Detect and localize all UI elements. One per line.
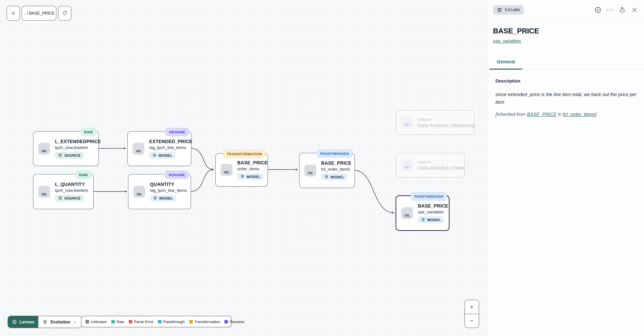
inherited-column-link[interactable]: BASE_PRICE — [527, 112, 557, 117]
app: .. / BASE_PRICE RAW COL L_EXTENDEDPRICE … — [0, 0, 644, 336]
node-subtitle: use_variables — [418, 209, 444, 214]
legend-swatch — [86, 320, 89, 323]
kind-pill: MODEL — [237, 173, 264, 180]
used-in-label: Used In — [418, 117, 474, 121]
project-type-chip: PRJ — [401, 117, 413, 129]
columns-icon — [308, 166, 313, 171]
kind-label: MODEL — [330, 175, 344, 179]
legend-item-passthrough: Passthrough — [158, 319, 185, 324]
refresh-button[interactable] — [58, 6, 71, 21]
node-body: COL L_EXTENDEDPRICE tpch_now.lineitem SO… — [34, 132, 98, 166]
used-in-text: Used In Data Analytics | Sales — [418, 160, 465, 171]
kind-pill: MODEL — [150, 195, 176, 202]
prj-label: PRJ — [404, 123, 410, 127]
close-panel-button[interactable] — [630, 6, 638, 14]
active-tab-indicator — [490, 68, 522, 70]
kind-pill: MODEL — [418, 216, 444, 223]
lenses-label: Lenses — [20, 319, 34, 324]
column-type-chip: COL — [38, 186, 50, 198]
node-body: COL QUANTITY stg_tpch_line_items MODEL — [128, 174, 191, 209]
lens-badge-rename: RENAME — [166, 171, 188, 179]
node-base-price-use-variables[interactable]: PASSTHROUGH COL BASE_PRICE use_variables… — [396, 195, 450, 231]
used-in-node-sales[interactable]: PRJ Used In Data Analytics | Sales — [396, 153, 465, 178]
share-button[interactable] — [618, 6, 626, 14]
node-l-quantity[interactable]: RAW COL L_QUANTITY tpch_now.lineitem SOU… — [33, 174, 94, 209]
kind-label: SOURCE — [64, 196, 80, 200]
panel-tabs: General — [487, 59, 644, 69]
col-label: COL — [136, 193, 142, 196]
node-text: L_EXTENDEDPRICE tpch_now.lineitem SOURCE — [55, 139, 101, 159]
column-type-chip: COL — [133, 186, 145, 198]
lens-view-label: Evolution — [50, 319, 70, 324]
node-quantity[interactable]: RENAME COL QUANTITY stg_tpch_line_items … — [128, 174, 191, 209]
node-body: COL L_QUANTITY tpch_now.lineitem SOURCE — [34, 174, 93, 209]
inherited-model-link[interactable]: fct_order_items — [563, 112, 595, 117]
node-extended-price[interactable]: RENAME COL EXTENDED_PRICE stg_tpch_line_… — [127, 131, 191, 166]
column-type-chip: COL — [401, 207, 413, 219]
kind-pill: SOURCE — [55, 152, 84, 159]
aperture-icon — [12, 319, 17, 324]
used-in-name: Data Analytics | Marketing — [418, 122, 474, 128]
details-panel: Column </> — [487, 0, 644, 336]
panel-actions: </> — [594, 6, 638, 14]
compass-icon — [594, 6, 602, 14]
kind-label: MODEL — [159, 153, 172, 157]
column-type-chip: COL — [132, 143, 144, 155]
kind-pill: SOURCE — [55, 195, 84, 202]
lens-badge-raw: RAW — [76, 171, 91, 179]
node-subtitle: stg_tpch_line_items — [150, 188, 187, 193]
columns-icon — [224, 166, 229, 171]
archive-icon — [405, 119, 410, 123]
lens-view-dropdown[interactable]: Evolution — [38, 316, 82, 328]
node-base-price-fct-order-items[interactable]: PASSTHROUGH COL BASE_PRICE fct_order_ite… — [299, 153, 355, 188]
used-in-label: Used In — [418, 160, 465, 164]
legend-swatch — [129, 320, 132, 323]
node-title: L_QUANTITY — [55, 182, 85, 187]
kind-label: MODEL — [427, 217, 441, 222]
node-subtitle: tpch_now.lineitem — [55, 145, 88, 150]
zoom-in-button[interactable]: + — [465, 300, 479, 314]
legend-item-unknown: Unknown — [86, 319, 107, 324]
stack-icon — [42, 319, 48, 324]
lenses-button[interactable]: Lenses — [8, 316, 38, 328]
col-label: COL — [42, 150, 47, 153]
edge-extendedprice-baseprice — [191, 148, 214, 170]
used-in-node-marketing[interactable]: PRJ Used In Data Analytics | Marketing — [396, 110, 474, 135]
columns-icon — [497, 7, 502, 12]
lens-badge-passthrough: PASSTHROUGH — [316, 149, 352, 158]
used-in-name: Data Analytics | Sales — [418, 165, 465, 171]
tab-general[interactable]: General — [497, 59, 515, 69]
node-l-extendedprice[interactable]: RAW COL L_EXTENDEDPRICE tpch_now.lineite… — [33, 131, 99, 166]
prj-label: PRJ — [404, 166, 410, 169]
node-text: L_QUANTITY tpch_now.lineitem SOURCE — [55, 182, 88, 202]
col-label: COL — [224, 171, 229, 174]
cube-icon — [421, 217, 425, 222]
model-link[interactable]: use_variables — [493, 38, 521, 44]
code-icon[interactable]: </> — [606, 6, 614, 14]
node-subtitle: stg_tpch_line_items — [149, 145, 186, 150]
node-subtitle: tpch_now.lineitem — [55, 188, 88, 193]
node-title: QUANTITY — [150, 182, 174, 187]
navigate-button[interactable] — [594, 6, 602, 14]
node-title: EXTENDED_PRICE — [149, 139, 192, 144]
close-graph-button[interactable] — [6, 6, 20, 21]
page-title: BASE_PRICE — [493, 27, 638, 35]
cube-icon — [240, 174, 244, 178]
node-text: EXTENDED_PRICE stg_tpch_line_items MODEL — [149, 139, 192, 159]
zoom-out-button[interactable]: − — [465, 314, 479, 328]
breadcrumb[interactable]: .. / BASE_PRICE — [22, 6, 56, 21]
col-label: COL — [404, 214, 410, 217]
lenses-control: Lenses Evolution — [8, 316, 82, 328]
node-title: BASE_PRICE — [237, 160, 268, 165]
node-body: COL BASE_PRICE use_variables MODEL — [396, 196, 449, 230]
node-base-price-order-items[interactable]: TRANSFORMATION COL BASE_PRICE order_item… — [215, 153, 268, 187]
legend-swatch — [224, 320, 228, 323]
close-icon — [10, 11, 16, 16]
entity-type-badge: Column — [493, 5, 524, 15]
node-body: COL EXTENDED_PRICE stg_tpch_line_items M… — [128, 132, 191, 166]
refresh-icon — [62, 11, 68, 16]
column-type-chip: COL — [220, 164, 232, 176]
breadcrumb-label: .. / BASE_PRICE — [23, 11, 54, 15]
lens-badge-raw: RAW — [81, 128, 96, 136]
node-title: BASE_PRICE — [418, 203, 448, 208]
